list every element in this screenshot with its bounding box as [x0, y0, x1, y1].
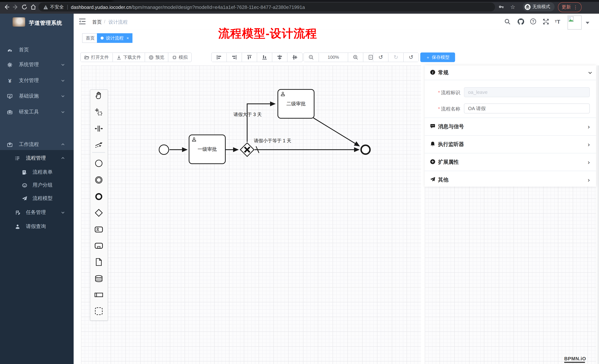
font-size-icon[interactable]: TT	[554, 18, 561, 25]
download-file-button[interactable]: 下载文件	[113, 53, 145, 62]
watermark-underline	[564, 362, 585, 363]
user-task-level1[interactable]: 一级审批	[189, 135, 226, 164]
section-extended-properties[interactable]: 扩展属性 ›	[425, 153, 596, 171]
align-bottom-button[interactable]	[257, 53, 272, 62]
github-icon[interactable]	[517, 18, 524, 25]
sidebar-item-leave-query[interactable]: 请假查询	[0, 221, 74, 232]
browser-home-icon[interactable]	[30, 3, 37, 11]
simulate-button[interactable]: 模拟	[168, 53, 191, 62]
section-title: 执行监听器	[438, 141, 464, 148]
breadcrumb-home[interactable]: 首页	[92, 19, 102, 25]
password-key-icon[interactable]	[497, 3, 505, 10]
process-key-input[interactable]	[464, 87, 590, 97]
fullscreen-icon[interactable]	[542, 18, 549, 25]
browser-reload-icon[interactable]	[21, 3, 28, 11]
kebab-menu-icon[interactable]: ⋮	[573, 4, 578, 10]
sidebar-item-payment[interactable]: ¥ 支付管理	[0, 75, 74, 86]
help-icon[interactable]: ?	[529, 18, 537, 25]
sidebar-item-system[interactable]: 系统管理	[0, 59, 74, 70]
sidebar-item-home[interactable]: 首页	[0, 45, 74, 55]
section-title: 其他	[438, 177, 449, 183]
flow-condition-label-gt3[interactable]: 请假大于 3 天	[233, 112, 262, 118]
sidebar-item-label: 流程模型	[33, 195, 53, 202]
user-task-icon	[281, 92, 285, 96]
avatar-caret-icon[interactable]	[586, 22, 589, 24]
general-section-header[interactable]: i 常规	[425, 65, 596, 80]
chevron-down-icon[interactable]	[588, 70, 593, 75]
sidebar-item-user-group[interactable]: 用户分组	[0, 180, 74, 190]
avatar[interactable]	[568, 16, 581, 30]
panel-scrollbar-gutter[interactable]	[596, 65, 599, 364]
plus-circle-icon	[430, 159, 435, 164]
tab-home[interactable]: 首页	[82, 33, 98, 43]
align-right-icon	[232, 55, 237, 60]
sidebar-item-task-mgmt[interactable]: 任务管理	[0, 207, 74, 218]
align-left-icon	[216, 55, 222, 60]
align-top-button[interactable]	[242, 53, 257, 62]
sidebar-item-infra[interactable]: 基础设施	[0, 91, 74, 101]
sidebar-item-process-model[interactable]: 流程模型	[0, 193, 74, 204]
sidebar-item-devtools[interactable]: 研发工具	[0, 107, 74, 117]
restart-button[interactable]: ↻	[404, 53, 418, 62]
dashboard-icon	[7, 47, 13, 53]
browser-update-button[interactable]: 更新 ⋮	[558, 2, 581, 12]
undo-icon: ↺	[378, 54, 383, 61]
preview-button[interactable]: 预览	[145, 53, 168, 62]
sidebar-logo-row[interactable]: 芋道管理系统	[0, 14, 74, 40]
incognito-label: 无痕模式	[532, 4, 550, 10]
save-model-button[interactable]: ＋ 保存模型	[420, 52, 455, 62]
fit-viewport-icon	[368, 55, 373, 60]
align-center-horizontal-button[interactable]	[288, 53, 302, 62]
close-icon[interactable]: ×	[126, 36, 129, 40]
search-icon[interactable]	[503, 18, 511, 25]
process-name-input[interactable]	[464, 103, 590, 113]
redo-button[interactable]: ↻	[388, 53, 404, 62]
section-title: 常规	[438, 69, 449, 76]
user-group-icon	[22, 182, 27, 188]
browser-forward-icon[interactable]	[12, 3, 19, 11]
undo-button[interactable]: ↺	[373, 53, 388, 62]
security-warning[interactable]: 不安全	[43, 4, 64, 10]
section-messages-signals[interactable]: 消息与信号 ›	[425, 118, 596, 136]
download-icon	[116, 55, 121, 60]
end-event[interactable]	[360, 144, 371, 155]
url-bar[interactable]: 不安全 dashboard.yudao.iocoder.cn/bpm/manag…	[38, 3, 495, 11]
sidebar: 芋道管理系统 首页 系统管理 ¥ 支付管理 基础设施 研发工具	[0, 14, 74, 364]
browser-tab-strip	[0, 0, 599, 2]
gear-icon	[7, 62, 13, 68]
hamburger-collapse-icon[interactable]	[79, 18, 86, 25]
align-bottom-icon	[262, 55, 267, 60]
security-label: 不安全	[50, 4, 64, 10]
user-task-level2[interactable]: 二级审批	[277, 89, 315, 119]
bookmark-star-icon[interactable]: ☆	[509, 3, 517, 11]
sidebar-item-process-form[interactable]: 流程表单	[0, 167, 74, 177]
bpmn-io-watermark[interactable]: BPMN.iO	[564, 356, 585, 363]
section-other[interactable]: 其他 ›	[425, 171, 596, 187]
chip-icon	[172, 55, 177, 60]
sidebar-item-workflow[interactable]: 工作流程	[0, 139, 74, 150]
required-asterisk: *	[438, 106, 440, 112]
align-right-button[interactable]	[227, 53, 242, 62]
section-execution-listeners[interactable]: 执行监听器 ›	[425, 135, 596, 153]
start-event[interactable]	[159, 144, 169, 155]
open-file-button[interactable]: 打开文件	[81, 53, 113, 62]
flow-task2-to-end[interactable]	[313, 118, 359, 146]
align-top-icon	[247, 55, 252, 60]
redo-icon: ↻	[394, 54, 398, 61]
tab-design-process[interactable]: 设计流程 ×	[97, 33, 133, 43]
task-label: 二级审批	[286, 101, 306, 107]
align-center-vertical-button[interactable]	[272, 53, 288, 62]
file-actions-group: 打开文件 下载文件 预览 模拟	[80, 52, 192, 62]
chevron-right-icon: ›	[588, 141, 590, 148]
bpmn-canvas[interactable]: 一级审批 二级审批 请假大于 3 天 请假小于等于 1 天	[81, 65, 421, 364]
browser-back-icon[interactable]	[3, 3, 10, 11]
task-label: 一级审批	[198, 146, 217, 153]
paper-plane-icon	[22, 196, 27, 201]
zoom-out-button[interactable]	[304, 53, 319, 62]
flow-gateway-to-task2[interactable]	[247, 104, 275, 142]
align-left-button[interactable]	[212, 53, 227, 62]
flow-condition-label-lte1[interactable]: 请假小于等于 1 天	[254, 138, 291, 144]
zoom-in-button[interactable]	[348, 53, 363, 62]
sidebar-item-label: 工作流程	[19, 141, 39, 148]
sidebar-item-process-mgmt[interactable]: 流程管理	[0, 153, 74, 163]
